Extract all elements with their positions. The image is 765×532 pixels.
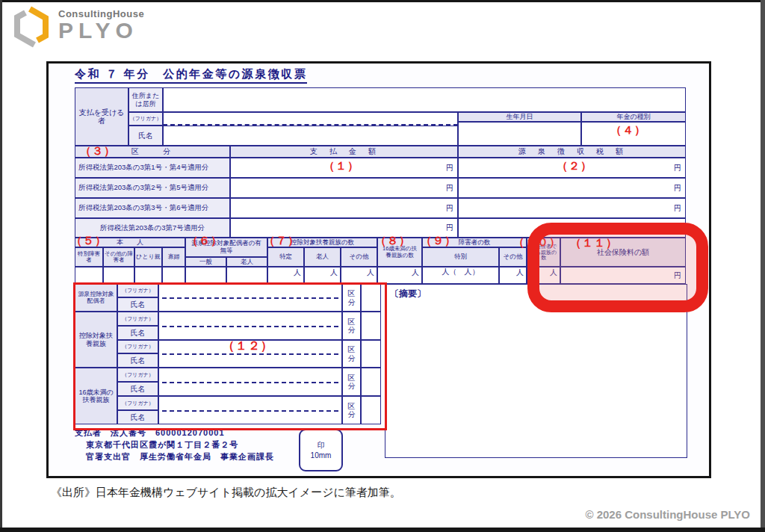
annotation-3: （３） bbox=[80, 144, 116, 158]
annotation-6: （６） bbox=[187, 234, 223, 248]
slide-page: ConsultingHouse PLYO 令和 ７ 年分 公的年金等の源泉徴収票… bbox=[0, 0, 765, 532]
val-under16: 人 bbox=[377, 267, 422, 284]
cell-payee-label: 支払を受ける者 bbox=[75, 87, 128, 146]
cell-tax-3: 円 bbox=[458, 198, 686, 218]
payer-line-3: 官署支出官 厚生労働省年金局 事業企画課長 bbox=[86, 451, 274, 463]
remarks-label: 〔摘要〕 bbox=[390, 288, 426, 300]
person-unit: 人 bbox=[294, 268, 301, 276]
annotation-7: （７） bbox=[264, 234, 300, 248]
annotation-8: （８） bbox=[375, 234, 411, 248]
logo-text: ConsultingHouse PLYO bbox=[58, 8, 144, 42]
edge-bottom bbox=[0, 528, 765, 532]
stamp-box: 印 10mm bbox=[299, 429, 343, 471]
stamp-size: 10mm bbox=[311, 451, 332, 461]
yen-unit: 円 bbox=[446, 204, 453, 212]
form-title: 令和 ７ 年分 公的年金等の源泉徴収票 bbox=[75, 67, 307, 84]
red-highlight-ring bbox=[527, 223, 708, 312]
annotation-9: （９） bbox=[421, 234, 456, 248]
yen-unit: 円 bbox=[674, 204, 681, 212]
col-other-disabled: その他の障害者 bbox=[103, 247, 134, 267]
source-caption: 《出所》日本年金機構ウェブサイト掲載の拡大イメージに筆者加筆。 bbox=[51, 486, 401, 500]
val-other-disabled bbox=[103, 267, 134, 284]
col-widow: 寡婦 bbox=[162, 247, 185, 267]
col-special-disabled: 特別障害者 bbox=[75, 247, 103, 267]
person-unit: 人 bbox=[367, 268, 374, 276]
cell-address-label: 住所または居所 bbox=[128, 87, 163, 112]
cell-birthdate-value bbox=[458, 122, 581, 146]
val-special-disabled bbox=[75, 267, 103, 284]
col-disabled-special: 特別 bbox=[422, 247, 499, 267]
yen-unit: 円 bbox=[674, 164, 681, 172]
yen-unit: 円 bbox=[446, 164, 453, 172]
col-dep-specified: 特定 bbox=[267, 247, 304, 267]
cell-furigana-value bbox=[163, 112, 458, 126]
col-dep-elderly: 老人 bbox=[304, 247, 341, 267]
edge-left bbox=[0, 0, 2, 532]
edge-top bbox=[0, 0, 765, 2]
cell-payment-3: 円 bbox=[230, 198, 458, 218]
red-annotation-box-12 bbox=[73, 282, 387, 430]
withholding-slip-form: 令和 ７ 年分 公的年金等の源泉徴収票 支払を受ける者 住所または居所 （フリガ… bbox=[49, 64, 709, 476]
col-dep-other: その他 bbox=[341, 247, 377, 267]
val-spouse-elderly bbox=[226, 267, 267, 284]
yen-unit: 円 bbox=[674, 184, 681, 192]
person-unit: 人 bbox=[330, 268, 338, 276]
col-disabled-other: その他 bbox=[499, 247, 527, 267]
header-payment: 支 払 金 額 bbox=[230, 146, 458, 158]
val-disabled-special: 人（ 人） bbox=[422, 267, 499, 284]
annotation-4: （４） bbox=[610, 123, 646, 137]
annotation-12: （１２） bbox=[223, 338, 273, 354]
cell-pensiontype-label: 年金の種別 bbox=[581, 112, 686, 122]
row-law-1: 所得税法第203条の3第1号・第4号適用分 bbox=[75, 158, 230, 178]
cell-address-value bbox=[163, 87, 686, 112]
person-unit: 人 bbox=[516, 268, 524, 276]
yen-unit: 円 bbox=[446, 184, 453, 192]
edge-right bbox=[761, 0, 765, 532]
val-dep-other: 人 bbox=[341, 267, 377, 284]
logo-brand-main: PLYO bbox=[58, 19, 144, 42]
val-dep-specified: 人 bbox=[267, 267, 304, 284]
plyo-logo-icon bbox=[9, 4, 54, 49]
row-law-2: 所得税法第203条の3第2号・第5号適用分 bbox=[75, 178, 230, 198]
row-law-3: 所得税法第203条の3第3号・第6号適用分 bbox=[75, 198, 230, 218]
yen-unit: 円 bbox=[446, 223, 453, 232]
val-single-parent bbox=[134, 267, 162, 284]
cell-tax-2: 円 bbox=[458, 178, 686, 198]
payer-line-2: 東京都千代田区霞が関１丁目２番２号 bbox=[86, 439, 238, 451]
person-unit: 人 bbox=[412, 268, 419, 276]
col-spouse-elderly: 老人 bbox=[226, 257, 267, 267]
cell-furigana-label: （フリガナ） bbox=[128, 112, 163, 126]
cell-name-value bbox=[163, 126, 458, 146]
cell-birthdate-label: 生年月日 bbox=[458, 112, 581, 122]
val-dep-elderly: 人 bbox=[304, 267, 341, 284]
cell-payment-2: 円 bbox=[230, 178, 458, 198]
annotation-2: （２） bbox=[557, 159, 592, 173]
annotation-11: （１１） bbox=[570, 236, 618, 250]
stamp-label: 印 bbox=[318, 440, 325, 451]
val-disabled-other: 人 bbox=[499, 267, 527, 284]
val-spouse-general bbox=[185, 267, 226, 284]
val-widow bbox=[162, 267, 185, 284]
header-tax: 源 泉 徴 収 税 額 bbox=[458, 146, 686, 158]
cell-name-label: 氏名 bbox=[128, 126, 163, 146]
annotation-1: （１） bbox=[323, 159, 359, 173]
col-spouse-general: 一般 bbox=[185, 257, 226, 267]
col-single-parent: ひとり親 bbox=[134, 247, 162, 267]
form-image-frame: 令和 ７ 年分 公的年金等の源泉徴収票 支払を受ける者 住所または居所 （フリガ… bbox=[46, 61, 711, 478]
annotation-5: （５） bbox=[71, 234, 107, 248]
copyright-text: © 2026 ConsultingHouse PLYO bbox=[585, 508, 750, 521]
